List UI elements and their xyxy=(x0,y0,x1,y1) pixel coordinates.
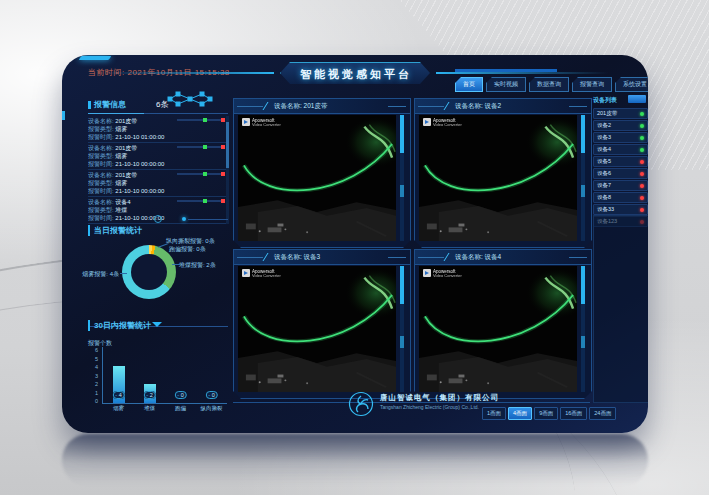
company-name-cn: 唐山智诚电气（集团）有限公司 xyxy=(380,393,499,403)
alarm-list-item[interactable]: 设备名称: 201皮带 报警类型: 烟雾 报警时间: 21-10-10 00:0… xyxy=(88,170,227,197)
donut-label-coal: 堆煤报警: 2条 xyxy=(179,261,216,270)
watermark: ApowersoftVideo Converter xyxy=(242,269,281,279)
company-name-en: Tangshan Zhicheng Electric (Group) Co.,L… xyxy=(380,404,479,410)
watermark: ApowersoftVideo Converter xyxy=(242,118,281,128)
video-panel-title-bar: 设备名称: 设备4 xyxy=(415,250,591,265)
title-wing-left xyxy=(102,72,274,74)
watermark: ApowersoftVideo Converter xyxy=(423,118,462,128)
status-dot xyxy=(640,208,644,212)
donut-leader-line xyxy=(172,264,180,265)
platform-title-frame: 智能视觉感知平台 xyxy=(280,62,432,86)
layout-16-button[interactable]: 16画面 xyxy=(560,407,587,420)
status-dot xyxy=(640,160,644,164)
nav-live-video-button[interactable]: 实时视频 xyxy=(486,77,526,92)
bar-column: 0纵向撕裂 xyxy=(197,347,227,403)
video-panel-3[interactable]: 设备名称: 设备3 xyxy=(233,249,411,399)
device-row[interactable]: 设备5 xyxy=(593,156,648,167)
screenshot-stage: 当前时间: 2021年10月11日 15:15:38 智能视觉感知平台 首页 实… xyxy=(0,0,709,495)
video-scrollbar[interactable] xyxy=(581,115,585,241)
video-feed[interactable]: ApowersoftVideo Converter xyxy=(238,115,396,241)
device-row[interactable]: 201皮带 xyxy=(593,108,648,119)
alarm-level-slider xyxy=(177,146,225,148)
corner-accent xyxy=(79,56,112,60)
nav-accent-bar xyxy=(455,69,557,72)
video-feed[interactable]: ApowersoftVideo Converter xyxy=(238,266,396,392)
video-scrollbar[interactable] xyxy=(400,266,404,392)
bar-column: 4烟雾 xyxy=(104,347,134,403)
title-wing-right xyxy=(436,72,608,74)
molecule-icon xyxy=(166,91,214,107)
device-row[interactable]: 设备33 xyxy=(593,204,648,215)
device-list: 201皮带 设备2 设备3 设备4 设备5 设备6 设备7 设备8 设备33 设… xyxy=(593,108,648,227)
status-dot xyxy=(640,184,644,188)
video-panel-title: 设备名称: 设备2 xyxy=(455,102,501,111)
device-row[interactable]: 设备8 xyxy=(593,192,648,203)
video-panel-title-bar: 设备名称: 设备2 xyxy=(415,99,591,114)
apowersoft-logo-icon xyxy=(242,269,250,277)
tab-alarm-info[interactable]: 报警信息 xyxy=(94,99,126,110)
status-dot xyxy=(640,112,644,116)
daily-stats-title: 当日报警统计 xyxy=(88,225,142,236)
alarm-list: 设备名称: 201皮带 报警类型: 烟雾 报警时间: 21-10-10 01:0… xyxy=(88,116,227,224)
device-row[interactable]: 设备3 xyxy=(593,132,648,143)
section-divider-dot xyxy=(182,217,186,221)
chevron-down-icon xyxy=(152,322,162,327)
bar-column: 0跑偏 xyxy=(166,347,196,403)
bar-column: 2堆煤 xyxy=(135,347,165,403)
bar-y-ticks: 6543210 xyxy=(86,347,98,404)
monthly-bar-chart: 4烟雾 2堆煤 0跑偏 0纵向撕裂 xyxy=(102,347,227,404)
edge-accent xyxy=(62,111,65,120)
video-scrollbar[interactable] xyxy=(581,266,585,392)
device-row[interactable]: 设备7 xyxy=(593,180,648,191)
donut-leader-line xyxy=(120,273,127,274)
alarm-header-underline xyxy=(88,113,228,114)
device-row[interactable]: 设备4 xyxy=(593,144,648,155)
video-panel-title-bar: 设备名称: 设备3 xyxy=(234,250,410,265)
video-panel-1[interactable]: 设备名称: 201皮带 xyxy=(233,98,411,248)
device-row[interactable]: 设备2 xyxy=(593,120,648,131)
main-nav: 首页 实时视频 数据查询 报警查询 系统设置 xyxy=(455,77,648,92)
donut-label-smoke: 烟雾报警: 4条 xyxy=(62,270,119,279)
alarm-list-item[interactable]: 设备名称: 201皮带 报警类型: 烟雾 报警时间: 21-10-10 01:0… xyxy=(88,116,227,143)
daily-donut xyxy=(122,245,176,299)
video-panel-title: 设备名称: 设备3 xyxy=(274,253,320,262)
layout-4-button[interactable]: 4画面 xyxy=(508,407,532,420)
status-dot xyxy=(640,196,644,200)
alarm-tab-icon xyxy=(88,101,91,109)
alarm-level-slider xyxy=(177,173,225,175)
video-panel-4[interactable]: 设备名称: 设备4 xyxy=(414,249,592,399)
nav-settings-button[interactable]: 系统设置 xyxy=(615,77,648,92)
layout-9-button[interactable]: 9画面 xyxy=(534,407,558,420)
platform-title: 智能视觉感知平台 xyxy=(300,67,412,82)
video-feed[interactable]: ApowersoftVideo Converter xyxy=(419,115,577,241)
section-divider-circle xyxy=(154,215,162,223)
monthly-stats-title: 30日内报警统计 xyxy=(88,320,151,331)
device-row[interactable]: 设备6 xyxy=(593,168,648,179)
donut-label-deviation: 跑偏报警: 0条 xyxy=(169,245,206,254)
nav-alarm-query-button[interactable]: 报警查询 xyxy=(572,77,612,92)
company-logo-icon xyxy=(348,391,374,417)
status-dot xyxy=(640,124,644,128)
card-reflection xyxy=(62,434,648,486)
video-scrollbar[interactable] xyxy=(400,115,404,241)
section-divider-line xyxy=(188,219,228,220)
device-panel-lower xyxy=(593,215,648,403)
nav-data-query-button[interactable]: 数据查询 xyxy=(529,77,569,92)
video-panel-2[interactable]: 设备名称: 设备2 xyxy=(414,98,592,248)
layout-24-button[interactable]: 24画面 xyxy=(589,407,616,420)
status-dot xyxy=(640,172,644,176)
video-panel-title: 设备名称: 设备4 xyxy=(455,253,501,262)
alarm-level-slider xyxy=(177,200,225,202)
alarm-list-item[interactable]: 设备名称: 201皮带 报警类型: 烟雾 报警时间: 21-10-10 00:0… xyxy=(88,143,227,170)
device-list-toggle[interactable] xyxy=(628,95,646,103)
dashboard-card: 当前时间: 2021年10月11日 15:15:38 智能视觉感知平台 首页 实… xyxy=(62,55,648,433)
video-feed[interactable]: ApowersoftVideo Converter xyxy=(419,266,577,392)
layout-1-button[interactable]: 1画面 xyxy=(482,407,506,420)
status-dot xyxy=(640,148,644,152)
nav-home-button[interactable]: 首页 xyxy=(455,77,483,92)
apowersoft-logo-icon xyxy=(423,269,431,277)
alarm-scrollbar[interactable] xyxy=(226,116,229,224)
video-panel-title-bar: 设备名称: 201皮带 xyxy=(234,99,410,114)
tab-device-list[interactable]: 设备列表 xyxy=(593,96,617,105)
alarm-level-slider xyxy=(177,119,225,121)
